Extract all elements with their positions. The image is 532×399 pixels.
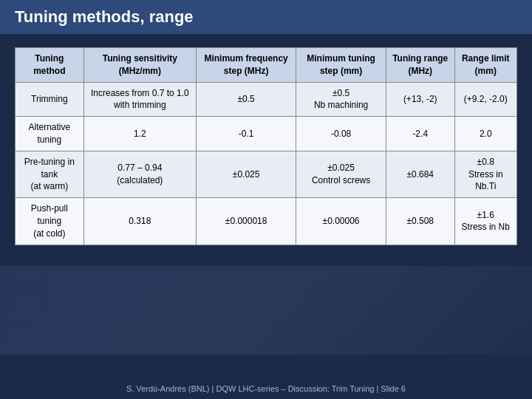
footer: S. Verdú-Andrés (BNL) | DQW LHC-series –… (0, 378, 532, 399)
cell-3-1: 0.318 (83, 198, 196, 245)
slide-title: Tuning methods, range (15, 7, 194, 27)
cell-2-5: ±0.8Stress in Nb.Ti (454, 151, 516, 197)
cell-3-3: ±0.00006 (296, 198, 386, 245)
cell-1-2: -0.1 (197, 117, 296, 151)
cell-0-2: ±0.5 (197, 82, 296, 117)
table-row: Pre-tuning in tank(at warm)0.77 – 0.94(c… (16, 151, 517, 197)
cell-1-5: 2.0 (454, 117, 516, 151)
col-header-tuning-range: Tuning range (MHz) (386, 48, 454, 83)
cell-1-4: -2.4 (386, 117, 454, 151)
table-header-row: Tuning method Tuning sensitivity (MHz/mm… (16, 48, 517, 83)
col-header-sensitivity: Tuning sensitivity (MHz/mm) (83, 48, 196, 83)
title-bar: Tuning methods, range (0, 0, 532, 34)
col-header-range-limit: Range limit (mm) (454, 48, 516, 83)
cell-0-3: ±0.5Nb machining (296, 82, 386, 117)
table-container: Tuning method Tuning sensitivity (MHz/mm… (15, 47, 517, 245)
cell-0-4: (+13, -2) (386, 82, 454, 117)
cell-1-3: -0.08 (296, 117, 386, 151)
cell-1-1: 1.2 (83, 117, 196, 151)
cell-2-1: 0.77 – 0.94(calculated) (83, 151, 196, 197)
col-header-freq-step: Minimum frequency step (MHz) (197, 48, 296, 83)
cell-3-4: ±0.508 (386, 198, 454, 245)
cell-1-0: Alternative tuning (16, 117, 84, 151)
cell-3-5: ±1.6Stress in Nb (454, 198, 516, 245)
table-row: TrimmingIncreases from 0.7 to 1.0 with t… (16, 82, 517, 117)
data-table: Tuning method Tuning sensitivity (MHz/mm… (15, 47, 517, 245)
cell-3-0: Push-pull tuning(at cold) (16, 198, 84, 245)
cell-3-2: ±0.000018 (197, 198, 296, 245)
cell-0-0: Trimming (16, 82, 84, 117)
table-row: Push-pull tuning(at cold)0.318±0.000018±… (16, 198, 517, 245)
cell-2-3: ±0.025Control screws (296, 151, 386, 197)
slide: Tuning methods, range Tuning method Tuni… (0, 0, 532, 399)
col-header-tuning-step: Minimum tuning step (mm) (296, 48, 386, 83)
cell-2-4: ±0.684 (386, 151, 454, 197)
footer-text: S. Verdú-Andrés (BNL) | DQW LHC-series –… (126, 384, 406, 393)
cell-0-1: Increases from 0.7 to 1.0 with trimming (83, 82, 196, 117)
table-row: Alternative tuning1.2-0.1-0.08-2.42.0 (16, 117, 517, 151)
col-header-method: Tuning method (16, 48, 84, 83)
content-area: Tuning method Tuning sensitivity (MHz/mm… (0, 34, 532, 378)
cell-2-2: ±0.025 (197, 151, 296, 197)
cell-0-5: (+9.2, -2.0) (454, 82, 516, 117)
cell-2-0: Pre-tuning in tank(at warm) (16, 151, 84, 197)
